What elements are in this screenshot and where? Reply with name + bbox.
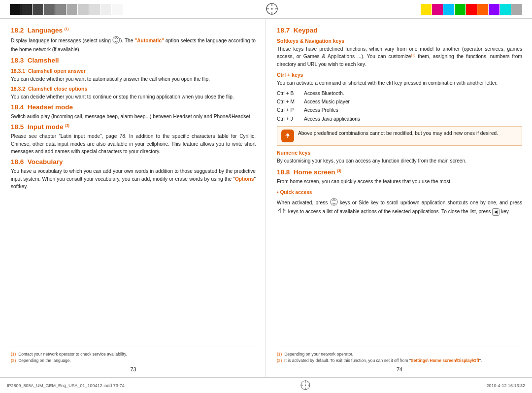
section-1832-body: You can decide whether you want to conti… [11, 93, 256, 100]
automatic-bold: "Automatic" [134, 38, 164, 43]
crosshair-center-icon [265, 2, 279, 17]
section-186: 18.6 Vocabulary You have a vocabulary to… [11, 158, 256, 190]
section-186-body: You have a vocabulary to which you can a… [11, 167, 256, 190]
ctrl-p-row: Ctrl + P Access Profiles [277, 106, 522, 114]
section-182: 18.2 Languages (1) Display language for … [11, 27, 256, 54]
quick-access-title: • Quick access [277, 189, 522, 196]
options-bold: Options [235, 176, 254, 182]
ctrl-b-row: Ctrl + B Access Bluetooth. [277, 89, 522, 98]
color-block-5 [55, 4, 66, 15]
section-182-sup: (1) [65, 27, 69, 31]
section-188-title: 18.8 Home screen (3) [277, 168, 522, 176]
color-block-green [455, 4, 466, 15]
svg-point-19 [305, 384, 306, 385]
color-blocks-left [10, 4, 123, 15]
left-page-number: 73 [11, 364, 256, 372]
section-184: 18.4 Headset mode Switch audio play (inc… [11, 103, 256, 120]
color-block-10 [112, 4, 123, 15]
color-block-2 [21, 4, 32, 15]
section-182-num: 18.2 [11, 27, 24, 34]
close-key-icon: ◀ [492, 208, 499, 216]
color-block-yellow [421, 4, 432, 15]
ctrl-keys-body: You can activate a command or shortcut w… [277, 79, 522, 87]
color-blocks-right [421, 4, 522, 15]
section-183-title: 18.3 Clamshell [11, 57, 256, 64]
right-sections: 18.7 Keypad Softkeys & Navigation keys T… [277, 27, 522, 347]
quick-access-body: When activated, press keys or Side key t… [277, 198, 522, 216]
section-184-title: 18.4 Headset mode [11, 103, 256, 111]
section-183: 18.3 Clamshell 18.3.1 Clamshell open ans… [11, 57, 256, 101]
section-182-heading: Languages [28, 27, 63, 34]
right-footnotes: (1) Depending on your network operator. … [277, 347, 522, 364]
color-block-teal [500, 4, 511, 15]
left-footnote-2: (2) Depending on the language. [11, 358, 256, 364]
right-footnote-2: (2) It is activated by default. To exit … [277, 358, 522, 364]
color-block-3 [33, 4, 43, 15]
color-block-8 [89, 4, 100, 15]
bottom-bar: IP2809_808A_UM_GEM_Eng_USA_01_100412.ind… [0, 377, 532, 393]
section-187-title: 18.7 Keypad [277, 27, 522, 34]
color-block-purple [489, 4, 499, 15]
bottom-left-text: IP2809_808A_UM_GEM_Eng_USA_01_100412.ind… [7, 383, 125, 388]
main-content: 18.2 Languages (1) Display language for … [0, 19, 532, 377]
right-page-number: 74 [277, 364, 522, 372]
section-185-title: 18.5 Input mode (2) [11, 123, 256, 131]
softkeys-title: Softkeys & Navigation keys [277, 38, 522, 44]
color-block-1 [10, 4, 21, 15]
section-188: 18.8 Home screen (3) From home screen, y… [277, 168, 522, 216]
info-box: Above predefined combinations cannot be … [277, 126, 522, 146]
section-187: 18.7 Keypad Softkeys & Navigation keys T… [277, 27, 522, 164]
crosshair-bottom-icon [300, 380, 311, 392]
section-1832-title: 18.3.2 Clamshell close options [11, 86, 256, 92]
infobox-text: Above predefined combinations cannot be … [298, 130, 498, 137]
bottom-right-text: 2010-4-12 16:13:32 [486, 383, 525, 388]
numeric-keys-body: By customising your keys, you can access… [277, 157, 522, 164]
right-column: 18.7 Keypad Softkeys & Navigation keys T… [266, 19, 532, 377]
left-sections: 18.2 Languages (1) Display language for … [11, 27, 256, 347]
color-block-cyan [443, 4, 454, 15]
ctrl-keys-list: Ctrl + B Access Bluetooth. Ctrl + M Acce… [277, 89, 522, 123]
section-1831-title: 18.3.1 Clamshell open answer [11, 68, 256, 74]
section-1831-body: You can decide whether you want to autom… [11, 75, 256, 83]
color-block-9 [100, 4, 111, 15]
section-185-body: Please see chapter "Latin input mode", p… [11, 132, 256, 155]
section-182-body: Display language for messages (select us… [11, 36, 256, 54]
homescreen-body: From home screen, you can quickly access… [277, 178, 522, 185]
color-block-orange [477, 4, 488, 15]
left-footnotes: (1) Contact your network operator to che… [11, 347, 256, 364]
ctrl-j-row: Ctrl + J Access Java applications [277, 115, 522, 123]
section-183-heading: Clamshell [28, 57, 59, 64]
settings-path-bold: Settings\ Home screen\Display\Off [411, 358, 479, 363]
softkeys-body: These keys have predefined functions, wh… [277, 45, 522, 68]
left-footnote-1: (1) Contact your network operator to che… [11, 351, 256, 358]
color-block-gray [511, 4, 522, 15]
section-183-num: 18.3 [11, 57, 24, 64]
info-icon [281, 130, 294, 142]
ctrl-m-row: Ctrl + M Access Music player [277, 98, 522, 106]
color-block-pink [432, 4, 443, 15]
section-186-title: 18.6 Vocabulary [11, 158, 256, 165]
svg-point-8 [287, 134, 289, 136]
section-182-title: 18.2 Languages (1) [11, 27, 256, 34]
top-bar [0, 0, 532, 19]
color-block-7 [78, 4, 89, 15]
left-column: 18.2 Languages (1) Display language for … [0, 19, 266, 377]
right-footnote-1: (1) Depending on your network operator. [277, 351, 522, 358]
ctrl-keys-title: Ctrl + keys [277, 72, 522, 78]
color-block-red [466, 4, 477, 15]
svg-point-5 [271, 8, 272, 9]
numeric-keys-title: Numeric keys [277, 150, 522, 156]
section-184-body: Switch audio play (incoming call, messag… [11, 113, 256, 120]
color-block-4 [44, 4, 55, 15]
section-185: 18.5 Input mode (2) Please see chapter "… [11, 123, 256, 155]
color-block-6 [66, 4, 77, 15]
